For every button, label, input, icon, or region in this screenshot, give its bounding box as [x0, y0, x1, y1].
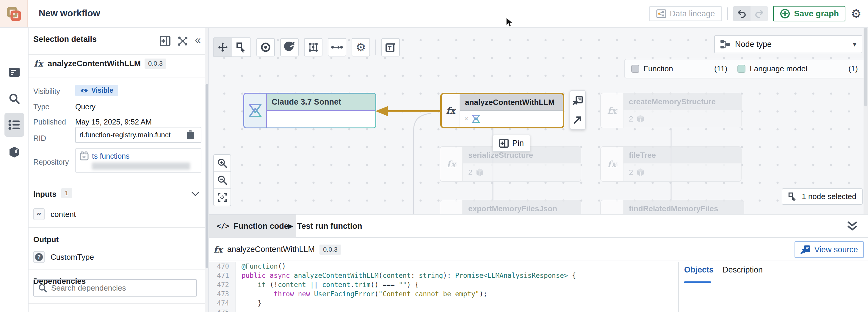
edge-arrowhead: [375, 106, 388, 116]
rid-input[interactable]: [80, 131, 187, 139]
rail-item-objects[interactable]: [6, 144, 22, 160]
view-source-icon: [801, 245, 811, 254]
output-item[interactable]: ? CustomType: [33, 251, 94, 263]
dependencies-search-input[interactable]: [51, 283, 182, 293]
hierarchy-icon: [308, 42, 319, 53]
page-title: New workflow: [39, 8, 100, 19]
target-icon: [260, 42, 271, 53]
inputs-count-badge: 1: [61, 188, 72, 198]
undo-icon: [737, 9, 747, 19]
language-model-swatch[interactable]: [737, 65, 745, 73]
pin-node-button[interactable]: Pin: [493, 135, 530, 152]
tab-objects[interactable]: Objects: [684, 265, 714, 275]
tab-test-run-function[interactable]: ▶ Test run function: [280, 214, 370, 238]
data-lineage-icon: [656, 9, 666, 18]
node-find-related-memory-files[interactable]: fx findRelatedMemoryFiles: [600, 200, 744, 214]
claude-logo-icon: [247, 102, 264, 119]
select-tool-button[interactable]: [232, 38, 250, 57]
settings-gear-icon[interactable]: ⚙: [851, 8, 862, 20]
open-in-panel-icon[interactable]: [572, 96, 583, 105]
panel-scrollbar-thumb[interactable]: [206, 84, 208, 268]
zoom-in-button[interactable]: [214, 155, 230, 172]
node-create-memory-structure[interactable]: fx createMemoryStructure 2: [600, 93, 742, 128]
svg-text:<>: <>: [82, 155, 86, 159]
view-source-button[interactable]: View source: [795, 241, 864, 258]
layout-tool-button[interactable]: [304, 38, 322, 57]
node-body: 2: [463, 164, 581, 181]
code-editor[interactable]: 470@Function()471public async analyzeCon…: [209, 262, 678, 312]
node-file-tree[interactable]: fx fileTree 2: [600, 146, 742, 182]
undo-button[interactable]: [733, 6, 750, 21]
node-title: createMemoryStructure: [623, 93, 741, 110]
bottom-function-name: analyzeContentWithLLM: [227, 245, 315, 254]
selection-status-badge: 1 node selected: [782, 188, 863, 205]
tab-test-run-label: Test run function: [297, 222, 362, 231]
panel-scrollbar[interactable]: [205, 28, 209, 312]
node-analyze-content-selected[interactable]: fx analyzeContentWithLLM ×: [440, 93, 564, 128]
function-version-badge: 0.0.3: [145, 59, 166, 69]
pan-tool-button[interactable]: [214, 38, 232, 57]
gear-icon: ⚙: [356, 42, 366, 53]
function-type-icon: fx: [214, 245, 222, 255]
published-label: Published: [33, 118, 66, 126]
input-item-content[interactable]: ” content: [33, 208, 76, 220]
add-text-annotation-button[interactable]: T: [381, 38, 400, 57]
selected-function-name: analyzeContentWithLLM: [48, 59, 141, 68]
canvas-scrollbar-thumb[interactable]: [864, 28, 867, 106]
function-swatch[interactable]: [631, 65, 639, 73]
pan-move-icon: [217, 42, 228, 53]
rail-item-search[interactable]: [6, 91, 22, 107]
visibility-badge[interactable]: Visible: [75, 85, 118, 96]
node-body: 2: [623, 110, 741, 128]
selection-status-label: 1 node selected: [802, 192, 857, 201]
save-graph-button[interactable]: Save graph: [773, 6, 845, 22]
code-repository-icon: <>: [80, 151, 89, 161]
function-type-icon: fx: [34, 58, 43, 69]
selected-node-title: analyzeContentWithLLM: [460, 94, 563, 111]
canvas-scrollbar[interactable]: [864, 28, 868, 214]
list-icon: [8, 119, 20, 130]
focus-tool-button[interactable]: [256, 38, 275, 57]
rail-item-list[interactable]: [6, 117, 22, 133]
collapse-bottom-panel-icon[interactable]: [847, 220, 857, 232]
type-label: Type: [33, 103, 50, 111]
cube-icon: [636, 168, 645, 177]
copy-clipboard-icon[interactable]: [187, 130, 194, 140]
graph-view-icon[interactable]: [177, 35, 188, 47]
zoom-to-fit-button[interactable]: [214, 189, 230, 206]
zoom-out-button[interactable]: [214, 172, 230, 189]
inputs-collapse-chevron-icon[interactable]: [192, 192, 199, 197]
external-link-icon[interactable]: [573, 115, 582, 124]
data-lineage-button[interactable]: Data lineage: [649, 6, 722, 21]
code-icon: </>: [217, 222, 229, 230]
repository-path-redacted: [92, 163, 190, 170]
selected-node-body: ×: [460, 111, 563, 127]
collapse-panel-icon[interactable]: «: [195, 35, 201, 45]
output-item-label: CustomType: [51, 252, 94, 262]
string-type-icon: ”: [33, 208, 44, 220]
node-type-dropdown[interactable]: Node type ▾: [714, 35, 862, 53]
app-logo[interactable]: [0, 0, 28, 27]
redo-button[interactable]: [750, 6, 768, 21]
rid-field[interactable]: [75, 127, 202, 143]
node-title: findRelatedMemoryFiles: [623, 200, 744, 214]
toolbar-divider: [375, 39, 376, 55]
repository-link-label: ts functions: [92, 152, 129, 161]
bottom-function-version-badge: 0.0.3: [319, 245, 341, 255]
graph-canvas[interactable]: ⚙ T Node type ▾: [209, 28, 868, 214]
tab-description[interactable]: Description: [722, 265, 763, 275]
dependencies-search[interactable]: [33, 279, 197, 297]
node-claude-sonnet[interactable]: Claude 3.7 Sonnet: [243, 93, 376, 128]
graph-settings-button[interactable]: ⚙: [351, 38, 370, 57]
hide-nodes-tool-button[interactable]: [280, 38, 299, 57]
node-export-memory-files-json[interactable]: fx exportMemoryFilesJson: [440, 200, 581, 214]
cube-icon: [636, 114, 645, 123]
edge-tool-button[interactable]: [328, 38, 346, 57]
pin-panel-icon[interactable]: [160, 36, 170, 46]
repository-link[interactable]: <> ts functions: [80, 151, 197, 161]
node-title: exportMemoryFilesJson: [463, 200, 581, 214]
rail-item-details[interactable]: [6, 64, 22, 80]
claude-node-body: [267, 111, 375, 128]
rid-label: RID: [33, 134, 46, 143]
remove-model-icon[interactable]: ×: [464, 115, 468, 123]
